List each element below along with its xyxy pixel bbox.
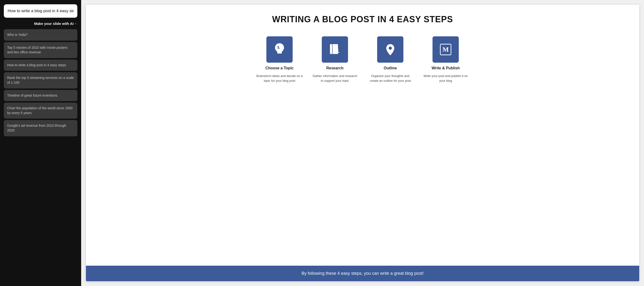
step-icon-box-research xyxy=(322,36,348,63)
sidebar-list: Who is Yoda?Top 5 movies of 2010 with mo… xyxy=(4,29,77,282)
sidebar-item-chart-population[interactable]: Chart the population of the world since … xyxy=(4,103,77,119)
step-desc-outline: Organize your thoughts and create an out… xyxy=(366,74,414,83)
step-choose-topic: Choose a Topic Brainstorm ideas and deci… xyxy=(256,36,304,83)
step-title-choose-topic: Choose a Topic xyxy=(266,66,294,70)
slide-title: WRITING A BLOG POST IN 4 EASY STEPS xyxy=(272,14,453,24)
sidebar-item-who-is-yoda[interactable]: Who is Yoda? xyxy=(4,29,77,41)
sidebar-item-how-to-write[interactable]: How to write a blog post in 4 easy steps xyxy=(4,60,77,71)
step-outline: Outline Organize your thoughts and creat… xyxy=(366,36,414,83)
slide-content: WRITING A BLOG POST IN 4 EASY STEPS Choo… xyxy=(86,5,639,266)
slide-container: WRITING A BLOG POST IN 4 EASY STEPS Choo… xyxy=(86,5,639,281)
chevron-right-icon: › xyxy=(75,21,76,26)
slide-footer-text: By following these 4 easy steps, you can… xyxy=(91,271,634,276)
step-title-write-publish: Write & Publish xyxy=(432,66,460,70)
search-box[interactable] xyxy=(4,4,77,18)
step-icon-box-write-publish: M xyxy=(432,36,459,63)
book-icon xyxy=(328,42,342,57)
slide-footer: By following these 4 easy steps, you can… xyxy=(86,266,639,281)
search-input[interactable] xyxy=(8,9,74,13)
step-desc-write-publish: Write your post and publish it on your b… xyxy=(422,74,470,83)
sidebar-item-google-ad-revenue[interactable]: Google's ad revenue from 2010 through 20… xyxy=(4,120,77,136)
sidebar-item-timeline-inventions[interactable]: Timeline of great future inventions xyxy=(4,90,77,101)
steps-row: Choose a Topic Brainstorm ideas and deci… xyxy=(98,36,627,83)
make-slide-label: Make your slide with AI xyxy=(34,22,74,26)
sidebar-item-top-5-movies[interactable]: Top 5 movies of 2010 with movie posters … xyxy=(4,42,77,58)
medium-icon: M xyxy=(438,42,453,57)
step-icon-box-outline xyxy=(377,36,404,63)
main-area: WRITING A BLOG POST IN 4 EASY STEPS Choo… xyxy=(81,0,644,286)
step-desc-research: Gather information and research to suppo… xyxy=(311,74,359,83)
step-desc-choose-topic: Brainstorm ideas and decide on a topic f… xyxy=(256,74,304,83)
step-title-outline: Outline xyxy=(384,66,397,70)
make-slide-button[interactable]: Make your slide with AI › xyxy=(4,21,77,26)
svg-point-4 xyxy=(388,47,392,50)
step-research: Research Gather information and research… xyxy=(311,36,359,83)
svg-text:M: M xyxy=(442,46,449,53)
sidebar: Make your slide with AI › Who is Yoda?To… xyxy=(0,0,81,286)
location-pin-icon xyxy=(383,42,398,57)
brain-icon xyxy=(272,42,287,57)
svg-point-0 xyxy=(278,46,279,48)
step-write-publish: M Write & Publish Write your post and pu… xyxy=(422,36,470,83)
step-icon-box-choose-topic xyxy=(266,36,293,63)
step-title-research: Research xyxy=(326,66,344,70)
sidebar-item-rank-streaming[interactable]: Rank the top 5 streaming services on a s… xyxy=(4,72,77,88)
